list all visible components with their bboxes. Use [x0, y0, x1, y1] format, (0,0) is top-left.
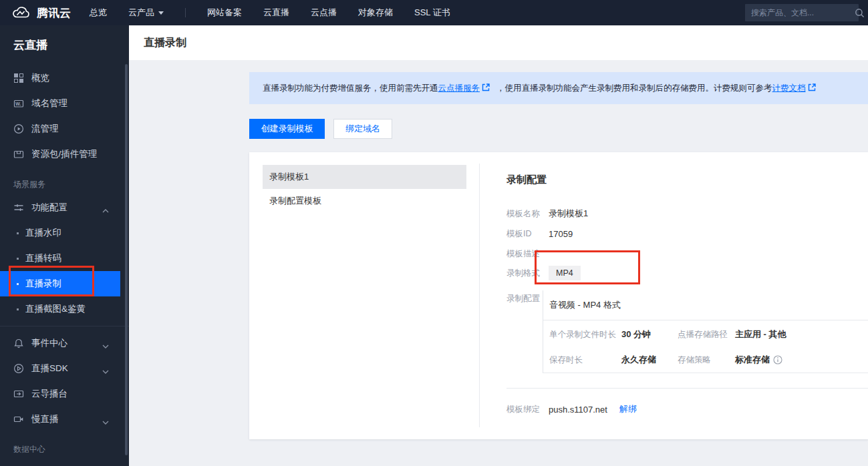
topnav-item-vod[interactable]: 云点播: [311, 7, 337, 19]
sidebar-item-overview[interactable]: 概览: [0, 65, 129, 91]
sidebar-scrollbar[interactable]: [125, 64, 128, 455]
topnav-item-css[interactable]: 云直播: [263, 7, 289, 19]
topnav: 总览 云产品 网站备案 云直播 云点播 对象存储 SSL 证书: [90, 7, 450, 19]
sidebar-item-label: 流管理: [31, 123, 59, 135]
sidebar-section-data: 数据中心: [0, 432, 129, 460]
sidebar-title: 云直播: [0, 25, 129, 56]
field-template-name: 模板名称 录制模板1: [507, 204, 868, 224]
bind-domain-button[interactable]: 绑定域名: [333, 119, 392, 139]
field-value: 录制模板1: [549, 208, 588, 220]
external-link-icon: [482, 83, 490, 93]
sidebar-item-label: 云导播台: [31, 388, 67, 400]
brand-name: 腾讯云: [37, 5, 71, 21]
sidebar-item-label: 慢直播: [31, 413, 59, 425]
sliders-icon: [13, 202, 24, 213]
bound-domain: push.s1107.net: [549, 405, 607, 415]
create-record-template-button[interactable]: 创建录制模板: [249, 119, 325, 139]
topnav-item-icp[interactable]: 网站备案: [207, 7, 242, 19]
field-label: 录制格式: [507, 268, 549, 279]
field-template-id: 模板ID 17059: [507, 224, 868, 244]
template-list-item[interactable]: 录制模板1: [263, 165, 466, 189]
sidebar-item-stream[interactable]: 流管理: [0, 116, 129, 142]
field-template-binding: 模板绑定 push.s1107.net 解绑: [507, 403, 868, 415]
domain-icon: W.: [13, 98, 24, 109]
config-table-title: 音视频 - MP4 格式: [543, 290, 868, 320]
notice-text-2: ，使用直播录制功能会产生录制费用和录制后的存储费用。计费规则可参考: [496, 83, 772, 94]
search-input[interactable]: [751, 8, 855, 17]
vod-service-link[interactable]: 云点播服务: [438, 83, 480, 94]
chevron-down-icon: [102, 340, 109, 351]
package-icon: [13, 149, 24, 160]
search-icon[interactable]: [855, 8, 865, 18]
sidebar-item-caster[interactable]: 云导播台: [0, 381, 129, 407]
config-cell-label: 点播存储路径: [678, 329, 735, 340]
search-box[interactable]: [745, 4, 859, 21]
sidebar-subitem-screenshot[interactable]: 直播截图&鉴黄: [0, 296, 129, 322]
monitor-arrow-icon: [13, 389, 24, 399]
config-cell-value: 30 分钟: [621, 328, 678, 340]
sidebar-item-live-sdk[interactable]: 直播SDK: [0, 356, 129, 381]
grid-icon: [13, 73, 24, 83]
topnav-item-ssl[interactable]: SSL 证书: [414, 7, 450, 19]
sidebar-subitem-label: 直播录制: [25, 278, 61, 290]
sidebar: 云直播 概览 W. 域名管理 流管理: [0, 25, 129, 466]
svg-text:W.: W.: [15, 101, 21, 106]
sidebar-divider: [0, 326, 129, 326]
config-table: 音视频 - MP4 格式 单个录制文件时长 30 分钟 点播存储路径 主应用 -…: [543, 290, 868, 373]
sidebar-group-feature-config[interactable]: 功能配置: [0, 195, 129, 220]
sidebar-item-label: 资源包/插件管理: [31, 148, 97, 160]
page-header: 直播录制: [129, 25, 868, 60]
cloud-logo-icon: [11, 6, 31, 19]
unbind-link[interactable]: 解绑: [619, 403, 637, 415]
field-label: 模板ID: [507, 228, 549, 240]
sidebar-item-domain[interactable]: W. 域名管理: [0, 91, 129, 116]
sidebar-item-label: 事件中心: [31, 337, 67, 349]
topbar: 腾讯云 总览 云产品 网站备案 云直播 云点播 对象存储 SSL 证书: [0, 0, 868, 25]
config-cell-label: 存储策略: [678, 355, 735, 366]
details-heading: 录制配置: [507, 174, 868, 186]
sidebar-item-statistics[interactable]: 数据统计: [0, 460, 129, 466]
config-cell-label: 单个录制文件时长: [549, 329, 621, 340]
sidebar-group-label: 功能配置: [31, 202, 67, 214]
topnav-item-cos[interactable]: 对象存储: [358, 7, 393, 19]
record-config-details: 录制配置 模板名称 录制模板1 模板ID 17059 模板描述 录制格式 MP4: [480, 152, 868, 439]
billing-doc-link[interactable]: 计费文档: [772, 83, 806, 94]
play-circle-icon: [13, 124, 24, 134]
sidebar-item-label: 域名管理: [31, 97, 67, 109]
notice-text-1: 直播录制功能为付费增值服务，使用前需先开通: [263, 83, 438, 94]
chevron-down-icon: [102, 417, 109, 427]
config-cell-value: 标准存储: [735, 354, 770, 366]
sidebar-subitem-watermark[interactable]: 直播水印: [0, 220, 129, 246]
field-label: 模板名称: [507, 208, 549, 220]
page-title: 直播录制: [144, 36, 186, 50]
sidebar-subitem-transcode[interactable]: 直播转码: [0, 246, 129, 271]
config-cell-value: 主应用 - 其他: [735, 328, 868, 340]
sidebar-subitem-label: 直播水印: [25, 227, 61, 239]
action-buttons: 创建录制模板 绑定域名: [249, 119, 392, 139]
content-area: 直播录制功能为付费增值服务，使用前需先开通云点播服务，使用直播录制功能会产生录制…: [129, 60, 868, 466]
topnav-item-overview[interactable]: 总览: [90, 7, 107, 19]
sidebar-item-label: 概览: [31, 72, 49, 84]
bell-icon: [13, 338, 24, 348]
sidebar-item-event-center[interactable]: 事件中心: [0, 330, 129, 356]
notice-bar: 直播录制功能为付费增值服务，使用前需先开通云点播服务，使用直播录制功能会产生录制…: [249, 72, 868, 104]
chevron-up-icon: [102, 205, 109, 215]
sidebar-subitem-label: 直播转码: [25, 252, 61, 264]
field-record-config: 录制配置 音视频 - MP4 格式 单个录制文件时长 30 分钟 点播存储路径 …: [507, 290, 868, 373]
sidebar-item-slow-live[interactable]: 慢直播: [0, 407, 129, 432]
template-list-item[interactable]: 录制配置模板: [263, 189, 466, 213]
field-label: 录制配置: [507, 290, 543, 304]
info-icon[interactable]: [773, 355, 782, 365]
section-divider: [507, 388, 868, 389]
field-label: 模板描述: [507, 248, 549, 260]
topnav-products-label: 云产品: [128, 7, 154, 19]
config-cell-value: 永久存储: [621, 354, 678, 366]
field-record-format: 录制格式 MP4: [507, 264, 868, 282]
sidebar-item-package[interactable]: 资源包/插件管理: [0, 142, 129, 167]
sidebar-subitem-label: 直播截图&鉴黄: [25, 303, 86, 315]
external-link-icon: [808, 83, 816, 93]
brand-logo[interactable]: 腾讯云: [0, 5, 90, 21]
config-table-row: 单个录制文件时长 30 分钟 点播存储路径 主应用 - 其他: [549, 322, 868, 347]
sidebar-subitem-record[interactable]: 直播录制: [0, 271, 120, 296]
topnav-item-products[interactable]: 云产品: [128, 7, 164, 19]
